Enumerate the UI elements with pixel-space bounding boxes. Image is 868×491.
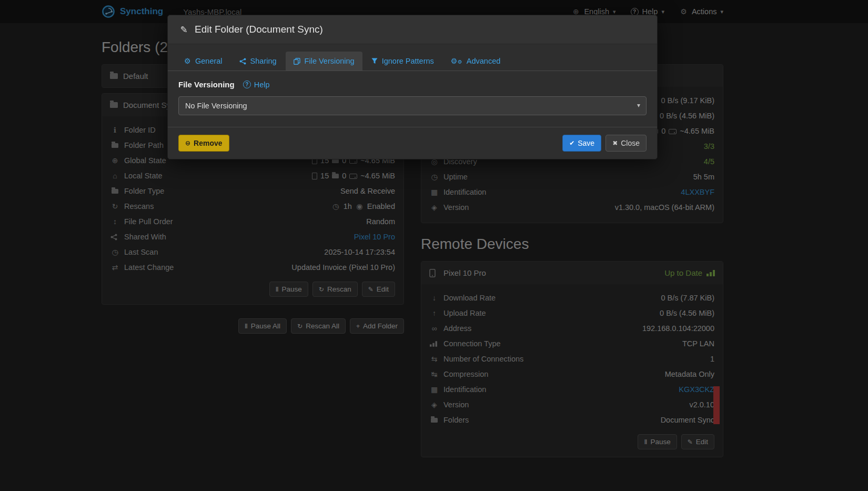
share-icon [239,58,246,65]
remove-button[interactable]: ⊖ Remove [178,135,229,152]
file-versioning-panel: File Versioning ? Help No File Versionin… [168,71,657,127]
edit-folder-modal: ✎ Edit Folder (Document Sync) ⚙ General … [167,15,658,159]
minus-circle-icon: ⊖ [185,139,190,147]
question-circle-icon: ? [243,81,251,88]
copy-icon [294,58,300,65]
file-versioning-label: File Versioning [178,80,235,89]
x-icon: ✖ [612,139,618,147]
modal-footer: ⊖ Remove ✔ Save ✖ Close [168,127,657,159]
filter-icon [371,58,378,64]
check-icon: ✔ [569,139,574,147]
gear-icon: ⚙ [184,57,191,65]
tab-advanced[interactable]: ⚙⚙ Advanced [443,52,508,71]
save-button[interactable]: ✔ Save [562,135,601,152]
tab-ignore-patterns[interactable]: Ignore Patterns [364,52,442,71]
pencil-icon: ✎ [179,24,188,35]
versioning-help-link[interactable]: ? Help [243,81,270,89]
close-button[interactable]: ✖ Close [605,135,647,152]
modal-header: ✎ Edit Folder (Document Sync) [168,15,657,44]
gears-icon: ⚙⚙ [451,57,462,65]
modal-title: Edit Folder (Document Sync) [195,24,323,35]
tab-file-versioning[interactable]: File Versioning [286,52,362,71]
versioning-select[interactable]: No File Versioning [178,96,647,115]
tab-sharing[interactable]: Sharing [231,52,285,71]
modal-tabs: ⚙ General Sharing File Versioning Ignore… [168,44,657,71]
tab-general[interactable]: ⚙ General [176,52,230,71]
